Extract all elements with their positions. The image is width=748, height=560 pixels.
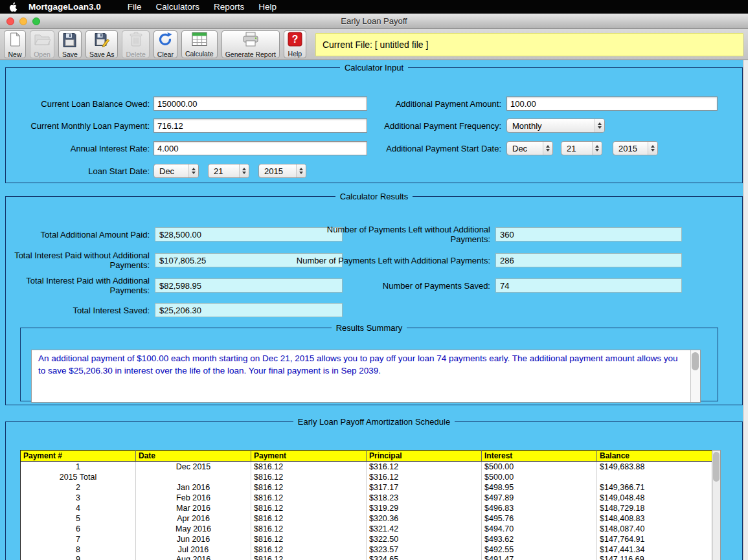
save-as-button[interactable]: Save As	[85, 30, 119, 58]
loan-start-month-value: Dec	[159, 166, 174, 176]
minimize-window-button[interactable]	[19, 17, 27, 25]
loan-start-month-select[interactable]: Dec	[153, 164, 199, 178]
table-scrollbar-thumb[interactable]	[713, 452, 720, 482]
table-row[interactable]: 3Feb 2016$816.12$318.23$497.89$149,048.4…	[21, 493, 712, 503]
cell-payment-number: 7	[21, 534, 136, 544]
toolbar-button-label: Clear	[157, 50, 174, 58]
loan-start-year-value: 2015	[264, 166, 283, 176]
calculator-input-section: Calculator Input Current Loan Balance Ow…	[5, 63, 743, 183]
loan-start-day-value: 21	[214, 166, 223, 176]
additional-start-year-select[interactable]: 2015	[613, 141, 658, 155]
additional-start-month-select[interactable]: Dec	[506, 141, 553, 155]
zoom-window-button[interactable]	[32, 17, 40, 25]
apple-menu-icon[interactable]	[9, 2, 18, 12]
additional-amount-input[interactable]	[506, 96, 718, 111]
menu-bar: MortgageLoan3.0 File Calculators Reports…	[0, 0, 748, 14]
new-button[interactable]: New	[4, 30, 26, 58]
menu-help[interactable]: Help	[251, 2, 284, 12]
payments-left-with-field: 286	[495, 253, 682, 267]
column-header-payment: Payment	[251, 451, 367, 462]
cell-payment-number: 2015 Total	[21, 472, 136, 482]
table-row[interactable]: 8Jul 2016$816.12$323.57$492.55$147,441.3…	[21, 544, 712, 555]
cell-payment: $816.12	[251, 482, 367, 493]
cell-date: Mar 2016	[136, 503, 251, 513]
menu-calculators[interactable]: Calculators	[149, 2, 207, 12]
current-file-display: Current File: [ untitled file ]	[315, 33, 743, 56]
amortization-table-container: Payment # Date Payment Principal Interes…	[20, 450, 721, 560]
cell-payment-number: 9	[21, 555, 136, 560]
summary-scrollbar[interactable]	[690, 350, 700, 402]
table-row[interactable]: 5Apr 2016$816.12$320.36$495.76$148,408.8…	[21, 513, 712, 524]
cell-balance: $148,729.18	[597, 503, 712, 513]
table-row[interactable]: 7Jun 2016$816.12$322.50$493.62$147,764.9…	[21, 534, 712, 544]
cell-payment: $816.12	[251, 524, 367, 534]
cell-date: Jun 2016	[136, 534, 251, 544]
open-folder-icon	[34, 32, 51, 50]
amortization-schedule-section: Early Loan Payoff Amortization Schedule …	[5, 417, 743, 560]
results-summary-box[interactable]: An additional payment of $100.00 each mo…	[31, 350, 701, 403]
cell-date: Feb 2016	[136, 493, 251, 503]
table-row[interactable]: 4Mar 2016$816.12$319.29$496.83$148,729.1…	[21, 503, 712, 513]
save-button[interactable]: Save	[58, 30, 82, 58]
toolbar-button-label: Help	[288, 50, 302, 58]
cell-payment: $816.12	[251, 555, 367, 560]
popup-arrows-icon	[239, 164, 249, 177]
table-row[interactable]: 6May 2016$816.12$321.42$494.70$148,087.4…	[21, 524, 712, 534]
menu-app-name[interactable]: MortgageLoan3.0	[28, 2, 101, 12]
loan-start-day-select[interactable]: 21	[208, 164, 249, 178]
additional-start-date-label: Additional Payment Start Date:	[294, 144, 501, 153]
table-row[interactable]: 2015 Total$816.12$316.12$500.00	[21, 472, 712, 482]
help-button[interactable]: ? Help	[284, 30, 306, 58]
payments-left-without-field: 360	[495, 227, 682, 241]
toolbar-button-label: Open	[34, 50, 51, 58]
cell-principal: $322.50	[367, 534, 482, 544]
cell-principal: $321.42	[367, 524, 482, 534]
summary-scrollbar-thumb[interactable]	[692, 352, 699, 370]
window-scrollbar[interactable]	[743, 60, 748, 560]
table-header-row: Payment # Date Payment Principal Interes…	[21, 451, 712, 462]
total-additional-paid-label: Total Additional Amount Paid:	[10, 230, 150, 240]
calculate-button[interactable]: Calculate	[181, 30, 218, 58]
cell-principal: $317.17	[367, 482, 482, 493]
cell-payment: $816.12	[251, 544, 367, 555]
toolbar-button-label: New	[8, 50, 21, 58]
table-row[interactable]: 1Dec 2015$816.12$316.12$500.00$149,683.8…	[21, 462, 712, 472]
new-document-icon	[8, 32, 21, 50]
close-window-button[interactable]	[6, 17, 14, 25]
table-scrollbar[interactable]	[712, 450, 721, 560]
loan-start-year-select[interactable]: 2015	[258, 164, 306, 178]
cell-principal: $323.57	[367, 544, 482, 555]
cell-payment-number: 1	[21, 462, 136, 472]
monthly-payment-label: Current Monthly Loan Payment:	[10, 121, 150, 131]
cell-balance	[597, 472, 712, 482]
payments-left-without-label: Number of Payments Left without Addition…	[288, 225, 490, 244]
additional-frequency-value: Monthly	[512, 121, 542, 131]
cell-interest: $493.62	[482, 534, 597, 544]
content-area: Calculator Input Current Loan Balance Ow…	[0, 60, 748, 560]
window-controls	[6, 17, 40, 25]
menu-reports[interactable]: Reports	[207, 2, 251, 12]
cell-principal: $316.12	[367, 462, 482, 472]
payments-saved-field: 74	[495, 278, 682, 293]
cell-balance: $149,683.88	[597, 462, 712, 472]
table-row[interactable]: 2Jan 2016$816.12$317.17$498.95$149,366.7…	[21, 482, 712, 493]
clear-button[interactable]: Clear	[153, 30, 177, 58]
cell-payment-number: 6	[21, 524, 136, 534]
toolbar-button-label: Save As	[89, 50, 115, 58]
table-row[interactable]: 9Aug 2016$816.12$324.65$491.47$147,116.6…	[21, 555, 712, 560]
cell-principal: $320.36	[367, 513, 482, 524]
cell-payment: $816.12	[251, 462, 367, 472]
generate-report-button[interactable]: Generate Report	[221, 30, 280, 58]
popup-arrows-icon	[595, 119, 604, 132]
calculator-input-title: Calculator Input	[340, 63, 408, 73]
total-interest-saved-field: $25,206.30	[155, 303, 343, 317]
calculate-icon	[192, 32, 207, 49]
calculator-results-title: Calculator Results	[335, 192, 413, 201]
cell-payment-number: 5	[21, 513, 136, 524]
clear-undo-icon	[157, 32, 173, 50]
menu-file[interactable]: File	[120, 2, 149, 12]
cell-date: Jul 2016	[136, 544, 251, 555]
additional-start-day-select[interactable]: 21	[561, 141, 602, 155]
additional-frequency-select[interactable]: Monthly	[506, 118, 605, 133]
toolbar: New Open Save Save As Delete	[0, 29, 748, 60]
